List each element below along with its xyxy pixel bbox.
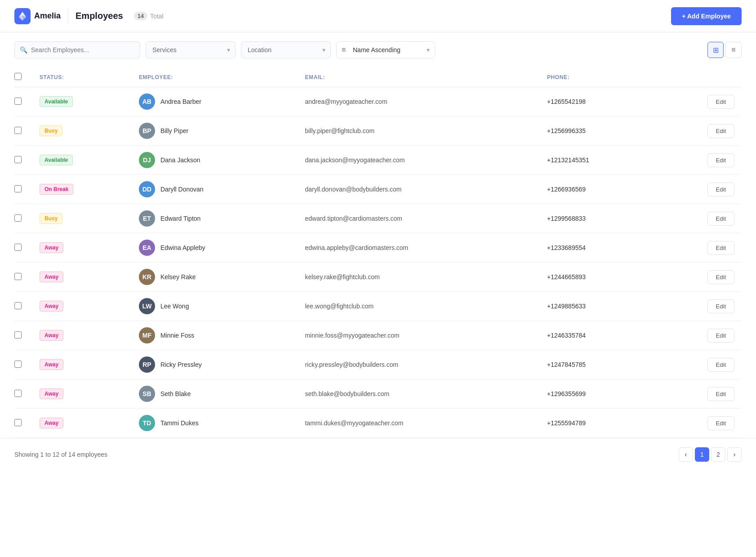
- edit-button-5[interactable]: Edit: [707, 212, 734, 226]
- avatar: SB: [139, 386, 155, 402]
- table-row: Away EA Edwina Appleby edwina.appleby@ca…: [14, 233, 742, 263]
- list-view-button[interactable]: ≡: [725, 42, 742, 58]
- phone-cell: +1255594789: [540, 409, 656, 438]
- page-2-button[interactable]: 2: [711, 447, 725, 462]
- employee-phone: +1247845785: [547, 361, 586, 368]
- avatar: KR: [139, 269, 155, 285]
- edit-button-6[interactable]: Edit: [707, 241, 734, 255]
- email-cell: daryll.donovan@bodybuilders.com: [298, 175, 540, 204]
- status-cell: Away: [32, 350, 132, 379]
- actions-cell: Edit: [656, 379, 742, 409]
- filters-bar: 🔍 Services Location Name Ascending Name …: [0, 32, 756, 67]
- edit-button-12[interactable]: Edit: [707, 416, 734, 430]
- table-row: Busy ET Edward Tipton edward.tipton@card…: [14, 204, 742, 233]
- sort-select[interactable]: Name Ascending Name Descending Status: [336, 41, 435, 58]
- status-badge: Away: [40, 272, 63, 282]
- status-cell: Busy: [32, 116, 132, 146]
- avatar: DD: [139, 181, 155, 197]
- row-checkbox-1[interactable]: [14, 98, 22, 105]
- employee-cell: TD Tammi Dukes: [132, 409, 298, 438]
- row-checkbox-9[interactable]: [14, 331, 22, 339]
- edit-button-10[interactable]: Edit: [707, 358, 734, 372]
- row-checkbox-10[interactable]: [14, 361, 22, 368]
- row-checkbox-cell: [14, 321, 32, 350]
- sort-filter: Name Ascending Name Descending Status: [336, 41, 435, 58]
- row-checkbox-cell: [14, 350, 32, 379]
- employee-phone: +1249885633: [547, 303, 586, 310]
- grid-view-button[interactable]: ⊞: [707, 42, 724, 58]
- next-page-button[interactable]: ›: [727, 447, 742, 462]
- phone-cell: +1296355699: [540, 379, 656, 409]
- email-cell: edwina.appleby@cardiomasters.com: [298, 233, 540, 263]
- actions-cell: Edit: [656, 321, 742, 350]
- row-checkbox-cell: [14, 87, 32, 116]
- phone-cell: +1247845785: [540, 350, 656, 379]
- email-column-header: EMAIL:: [298, 67, 540, 87]
- edit-button-2[interactable]: Edit: [707, 124, 734, 138]
- row-checkbox-cell: [14, 263, 32, 292]
- phone-cell: +1246335784: [540, 321, 656, 350]
- edit-button-7[interactable]: Edit: [707, 270, 734, 284]
- search-input[interactable]: [14, 41, 140, 58]
- row-checkbox-7[interactable]: [14, 273, 22, 280]
- status-badge: Busy: [40, 213, 62, 224]
- employee-phone: +1256996335: [547, 127, 586, 134]
- status-cell: Away: [32, 292, 132, 321]
- pagination: ‹ 1 2 ›: [679, 447, 742, 462]
- services-select[interactable]: Services: [146, 41, 236, 58]
- employee-phone: +1233689554: [547, 244, 586, 251]
- employee-name: Lee Wong: [160, 303, 189, 310]
- actions-cell: Edit: [656, 263, 742, 292]
- status-badge: Away: [40, 242, 63, 253]
- edit-button-8[interactable]: Edit: [707, 299, 734, 313]
- row-checkbox-cell: [14, 292, 32, 321]
- employee-cell: ET Edward Tipton: [132, 204, 298, 233]
- header: Amelia Employees 14 Total + Add Employee: [0, 0, 756, 32]
- employee-cell: MF Minnie Foss: [132, 321, 298, 350]
- employee-email: seth.blake@bodybuilders.com: [305, 390, 389, 397]
- location-filter: Location: [241, 41, 331, 58]
- edit-button-3[interactable]: Edit: [707, 153, 734, 167]
- status-cell: Away: [32, 321, 132, 350]
- status-cell: Away: [32, 263, 132, 292]
- row-checkbox-4[interactable]: [14, 185, 22, 192]
- employee-email: tammi.dukes@myyogateacher.com: [305, 419, 403, 427]
- row-checkbox-3[interactable]: [14, 156, 22, 163]
- row-checkbox-12[interactable]: [14, 419, 22, 426]
- edit-button-4[interactable]: Edit: [707, 183, 734, 196]
- actions-cell: Edit: [656, 233, 742, 263]
- edit-button-1[interactable]: Edit: [707, 95, 734, 109]
- table-footer: Showing 1 to 12 of 14 employees ‹ 1 2 ›: [0, 438, 756, 471]
- status-cell: Away: [32, 379, 132, 409]
- actions-cell: Edit: [656, 204, 742, 233]
- employee-name: Billy Piper: [160, 127, 188, 134]
- status-badge: Away: [40, 359, 63, 370]
- prev-page-button[interactable]: ‹: [679, 447, 693, 462]
- row-checkbox-8[interactable]: [14, 302, 22, 309]
- table-row: On Break DD Daryll Donovan daryll.donova…: [14, 175, 742, 204]
- employee-name: Seth Blake: [160, 390, 191, 397]
- row-checkbox-6[interactable]: [14, 244, 22, 251]
- actions-cell: Edit: [656, 350, 742, 379]
- row-checkbox-cell: [14, 146, 32, 175]
- edit-button-11[interactable]: Edit: [707, 387, 734, 401]
- employee-table: STATUS: EMPLOYEE: EMAIL: PHONE: Availabl…: [14, 67, 742, 438]
- actions-cell: Edit: [656, 116, 742, 146]
- select-all-checkbox[interactable]: [14, 73, 22, 80]
- avatar: ET: [139, 210, 155, 227]
- employee-email: edward.tipton@cardiomasters.com: [305, 215, 402, 222]
- email-cell: lee.wong@fightclub.com: [298, 292, 540, 321]
- table-row: Available AB Andrea Barber andrea@myyoga…: [14, 87, 742, 116]
- status-cell: On Break: [32, 175, 132, 204]
- row-checkbox-2[interactable]: [14, 127, 22, 134]
- add-employee-button[interactable]: + Add Employee: [671, 7, 742, 25]
- showing-text: Showing 1 to 12 of 14 employees: [14, 451, 107, 458]
- table-row: Away LW Lee Wong lee.wong@fightclub.com …: [14, 292, 742, 321]
- employee-phone: +1246335784: [547, 332, 586, 339]
- location-select[interactable]: Location: [241, 41, 331, 58]
- row-checkbox-11[interactable]: [14, 390, 22, 397]
- avatar: TD: [139, 415, 155, 431]
- edit-button-9[interactable]: Edit: [707, 329, 734, 343]
- row-checkbox-5[interactable]: [14, 214, 22, 222]
- page-1-button[interactable]: 1: [695, 447, 709, 462]
